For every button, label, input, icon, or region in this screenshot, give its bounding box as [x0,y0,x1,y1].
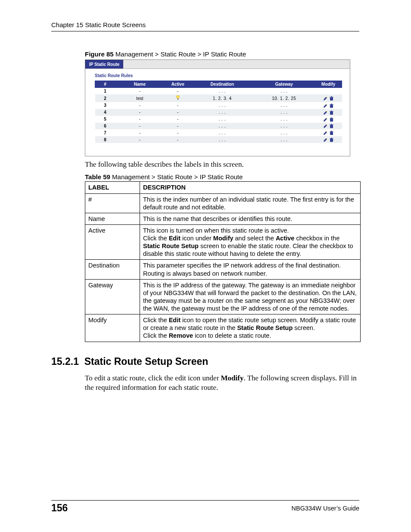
cell-index: 5 [95,116,115,123]
trash-icon[interactable] [329,103,334,108]
trash-icon[interactable] [329,137,334,142]
svg-rect-15 [331,138,332,138]
desc-label: Modify [85,314,140,342]
col-index: # [95,81,115,88]
cell-active: - [164,102,191,109]
cell-index: 7 [95,129,115,136]
edit-icon[interactable] [323,137,328,142]
cell-active: - [164,136,191,143]
section-para-pre: To edit a static route, click the edit i… [85,374,221,382]
cell-name: - [115,129,164,136]
cell-modify [315,88,342,95]
cell-destination: . . . [191,88,253,95]
tab-strip: IP Static Route [85,60,350,69]
desc-header-label: LABEL [85,182,140,193]
cell-gateway: . . . [253,88,315,95]
cell-index: 1 [95,88,115,95]
col-gateway: Gateway [253,81,315,88]
trash-icon[interactable] [329,130,334,135]
svg-rect-6 [330,111,333,112]
edit-icon[interactable] [323,130,328,135]
cell-active: - [164,109,191,116]
desc-row: #This is the index number of an individu… [85,193,361,213]
table-caption-text: Management > Static Route > IP Static Ro… [110,173,243,180]
edit-icon[interactable] [323,110,328,115]
cell-destination: . . . [191,116,253,123]
desc-label: Name [85,213,140,224]
cell-name: - [115,109,164,116]
table-row: 6--. . .. . . [95,123,342,130]
table-row: 7--. . .. . . [95,129,342,136]
col-active: Active [164,81,191,88]
desc-description: Click the Edit icon to open the static r… [140,314,361,342]
desc-label: Active [85,224,140,260]
intro-text: The following table describes the labels… [85,160,359,169]
col-modify: Modify [315,81,342,88]
section-heading: 15.2.1 Static Route Setup Screen [51,356,359,367]
desc-label: Destination [85,260,140,279]
cell-modify [315,129,342,136]
svg-rect-1 [177,99,178,100]
svg-rect-9 [331,117,332,118]
desc-label: # [85,193,140,213]
desc-row: NameThis is the name that describes or i… [85,213,361,224]
svg-rect-13 [331,131,332,131]
cell-index: 8 [95,136,115,143]
desc-description: This icon is turned on when this static … [140,224,361,260]
edit-icon[interactable] [323,103,328,108]
svg-rect-2 [330,97,333,97]
svg-rect-4 [330,104,333,105]
bulb-icon [176,96,180,101]
page-footer: 156 NBG334W User’s Guide [51,500,359,514]
edit-icon[interactable] [323,124,328,128]
svg-rect-8 [330,118,333,118]
edit-icon[interactable] [323,117,328,121]
table-row: 5--. . .. . . [95,116,342,123]
cell-destination: . . . [191,136,253,143]
cell-active: - [164,88,191,95]
desc-row: GatewayThis is the IP address of the gat… [85,279,361,314]
running-header: Chapter 15 Static Route Screens [51,21,359,31]
trash-icon[interactable] [329,110,334,115]
cell-gateway: . . . [253,109,315,116]
page-number: 156 [51,502,68,514]
svg-rect-3 [331,96,332,97]
col-destination: Destination [191,81,253,88]
figure-caption-text: Management > Static Route > IP Static Ro… [114,50,246,58]
edit-icon[interactable] [323,96,328,100]
section-number: 15.2.1 [51,356,79,367]
cell-index: 4 [95,109,115,116]
cell-gateway: . . . [253,136,315,143]
table-row: 2test1. 2. 3. 410. 1. 2. 25 [95,94,342,102]
cell-index: 6 [95,123,115,130]
trash-icon[interactable] [329,96,334,100]
figure-ip-static-route: IP Static Route Static Route Rules # Nam… [85,59,350,156]
cell-destination: . . . [191,109,253,116]
svg-rect-11 [331,124,332,124]
cell-name: - [115,88,164,95]
cell-gateway: . . . [253,129,315,136]
trash-icon[interactable] [329,124,334,128]
svg-rect-5 [331,104,332,104]
svg-point-0 [176,96,179,99]
col-name: Name [115,81,164,88]
figure-label: Figure 85 [85,50,114,58]
cell-index: 3 [95,102,115,109]
cell-modify [315,94,342,102]
section-para-bold: Modify [221,374,244,382]
trash-icon[interactable] [329,117,334,121]
cell-destination: . . . [191,123,253,130]
section-paragraph: To edit a static route, click the edit i… [85,373,359,392]
cell-modify [315,116,342,123]
table-row: 1--. . .. . . [95,88,342,95]
desc-header-description: DESCRIPTION [140,182,361,193]
label-description-table: LABEL DESCRIPTION #This is the index num… [85,181,361,342]
desc-row: ActiveThis icon is turned on when this s… [85,224,361,260]
desc-row: DestinationThis parameter specifies the … [85,260,361,279]
cell-destination: . . . [191,102,253,109]
table-row: 8--. . .. . . [95,136,342,143]
desc-row: ModifyClick the Edit icon to open the st… [85,314,361,342]
guide-name: NBG334W User’s Guide [292,505,359,512]
tab-ip-static-route[interactable]: IP Static Route [85,60,123,68]
desc-label: Gateway [85,279,140,314]
